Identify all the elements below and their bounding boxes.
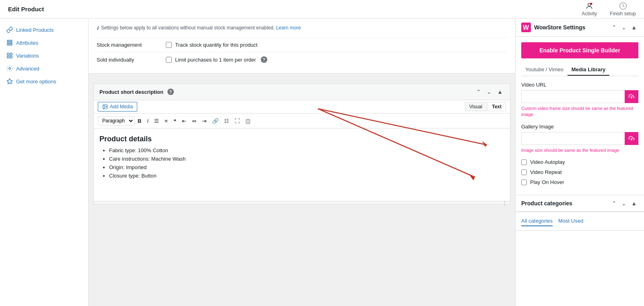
editor-toolbar: Paragraph B I ☰ ≡ ❝ ⇤ ⇔ ⇥ 🔗 ☷ ⛶ ◫ [94, 114, 510, 128]
panel-up-button[interactable]: ⌃ [610, 23, 618, 31]
editor-content[interactable]: Product details Fabric type: 100% Cotton… [94, 128, 510, 201]
sidebar-item-label: Advanced [16, 66, 39, 72]
ol-button[interactable]: ≡ [162, 116, 170, 126]
main-wrapper: Linked Products Attributes Variations Ad… [0, 19, 644, 306]
video-autoplay-row: Video Autoplay [521, 159, 638, 165]
sidebar-item-advanced[interactable]: Advanced [0, 62, 88, 75]
svg-rect-6 [7, 53, 9, 55]
sidebar-item-attributes[interactable]: Attributes [0, 36, 88, 49]
info-icon: ℹ [97, 25, 99, 31]
gallery-image-input[interactable] [521, 132, 625, 145]
enable-product-builder-button[interactable]: Enable Product Single Builder [521, 42, 638, 58]
wowstore-panel-body: Enable Product Single Builder Youtube / … [516, 37, 644, 195]
sidebar-item-linked-products[interactable]: Linked Products [0, 23, 88, 36]
play-on-hover-label: Play On Hover [530, 179, 564, 185]
tab-visual[interactable]: Visual [465, 102, 487, 111]
resize-icon: ⋮ [502, 200, 508, 206]
help-icon[interactable]: ? [261, 56, 267, 63]
right-sidebar: W WowStore Settings ⌃ ⌄ ▲ Enable Product… [515, 19, 644, 306]
learn-more-link[interactable]: Learn more [276, 25, 301, 31]
grid-icon [6, 52, 13, 59]
tab-youtube-vimeo[interactable]: Youtube / Vimeo [521, 64, 568, 76]
italic-button[interactable]: I [144, 116, 151, 126]
left-sidebar: Linked Products Attributes Variations Ad… [0, 19, 89, 306]
sidebar-item-label: Get more options [16, 79, 56, 85]
svg-rect-5 [7, 44, 12, 45]
svg-marker-11 [7, 79, 12, 84]
more-tools-button[interactable]: ◫ [243, 116, 253, 126]
blockquote-button[interactable]: ❝ [171, 116, 179, 126]
link-button[interactable]: 🔗 [210, 116, 221, 126]
video-autoplay-checkbox[interactable] [521, 159, 527, 165]
table-button[interactable]: ☷ [222, 116, 231, 126]
editor-collapse-down-button[interactable]: ⌄ [485, 88, 493, 96]
sold-individually-text: Limit purchases to 1 item per order [175, 57, 256, 63]
tab-media-library[interactable]: Media Library [568, 64, 610, 76]
star-icon [6, 78, 13, 85]
video-hint: Custom video frame size should be same a… [521, 105, 638, 118]
add-media-button[interactable]: Add Media [98, 102, 137, 112]
finish-setup-label: Finish setup [610, 11, 636, 17]
page-title: Edit Product [8, 6, 44, 12]
video-autoplay-label: Video Autoplay [530, 159, 565, 165]
stock-management-label: Stock management [97, 42, 161, 48]
sold-individually-checkbox[interactable] [166, 57, 172, 63]
editor-close-button[interactable]: ▲ [495, 88, 504, 96]
top-bar: Edit Product Activity Finish setup [0, 0, 644, 19]
svg-text:W: W [523, 24, 529, 31]
list-item: Closure type: Button [109, 173, 504, 179]
panel-collapse-button[interactable]: ▲ [630, 23, 638, 31]
tab-most-used[interactable]: Most Used [558, 216, 583, 226]
wowstore-panel-header: W WowStore Settings ⌃ ⌄ ▲ [516, 19, 644, 37]
editor-header-controls: ⌃ ⌄ ▲ [475, 88, 504, 96]
stock-management-row: Stock management Track stock quantity fo… [97, 37, 507, 52]
video-repeat-row: Video Repeat [521, 169, 638, 175]
play-on-hover-checkbox[interactable] [521, 180, 527, 185]
ul-button[interactable]: ☰ [152, 116, 161, 126]
product-categories-controls: ⌃ ⌄ ▲ [610, 199, 638, 207]
align-center-button[interactable]: ⇔ [190, 116, 199, 126]
editor-collapse-up-button[interactable]: ⌃ [475, 88, 483, 96]
video-url-upload-button[interactable] [625, 90, 638, 103]
format-select[interactable]: Paragraph [98, 116, 134, 126]
fullscreen-button[interactable]: ⛶ [232, 116, 242, 126]
product-categories-header: Product categories ⌃ ⌄ ▲ [516, 195, 644, 212]
video-tabs: Youtube / Vimeo Media Library [521, 64, 638, 76]
svg-rect-7 [10, 53, 12, 55]
cat-panel-collapse-button[interactable]: ▲ [630, 199, 638, 207]
video-repeat-checkbox[interactable] [521, 170, 527, 175]
finish-setup-icon [619, 2, 627, 10]
stock-notice: ℹ Settings below apply to all variations… [97, 25, 507, 31]
svg-point-10 [9, 68, 10, 69]
sold-individually-row: Sold individually Limit purchases to 1 i… [97, 52, 507, 67]
activity-icon [585, 2, 593, 10]
bold-button[interactable]: B [135, 116, 144, 126]
finish-setup-button[interactable]: Finish setup [610, 2, 636, 17]
sidebar-item-get-more-options[interactable]: Get more options [0, 75, 88, 88]
editor-section: Product short description ? ⌃ ⌄ ▲ Add Me… [93, 83, 510, 205]
svg-rect-3 [7, 40, 12, 41]
center-wrapper: Product short description ? ⌃ ⌄ ▲ Add Me… [89, 74, 515, 209]
activity-button[interactable]: Activity [582, 2, 597, 17]
sidebar-item-variations[interactable]: Variations [0, 49, 88, 62]
track-stock-checkbox[interactable] [166, 42, 172, 48]
tab-text[interactable]: Text [487, 102, 506, 111]
editor-help-icon[interactable]: ? [167, 89, 174, 95]
editor-title: Product short description ? [99, 89, 174, 95]
tab-all-categories[interactable]: All categories [521, 216, 553, 226]
track-stock-label: Track stock quantity for this product [175, 42, 258, 48]
wowstore-panel: W WowStore Settings ⌃ ⌄ ▲ Enable Product… [516, 19, 644, 195]
gallery-image-input-group [521, 132, 638, 145]
cat-panel-up-button[interactable]: ⌃ [610, 199, 618, 207]
align-right-button[interactable]: ⇥ [200, 116, 209, 126]
panel-down-button[interactable]: ⌄ [620, 23, 628, 31]
sold-individually-control: Limit purchases to 1 item per order ? [166, 56, 267, 63]
cat-panel-down-button[interactable]: ⌄ [620, 199, 628, 207]
svg-point-1 [590, 2, 592, 4]
editor-resize-handle[interactable]: ⋮ [94, 201, 510, 204]
top-bar-actions: Activity Finish setup [582, 2, 636, 17]
video-url-input[interactable] [521, 90, 625, 103]
product-categories-title: Product categories [521, 200, 572, 207]
align-left-button[interactable]: ⇤ [180, 116, 189, 126]
gallery-image-upload-button[interactable] [625, 132, 638, 145]
